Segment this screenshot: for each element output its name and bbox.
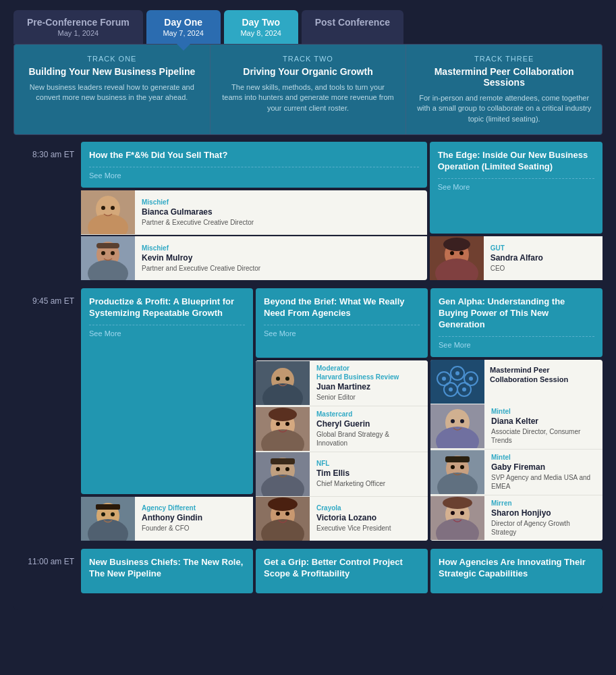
speaker-kevin: Mischief Kevin Mulroy Partner and Execut… (81, 236, 427, 280)
svg-point-5 (111, 206, 115, 210)
tab-day-two-date: May 8, 2024 (237, 29, 285, 37)
speaker-kevin-org: Mischief (142, 244, 420, 252)
speakers-945-2: Moderator Harvard Business Review Juan M… (256, 360, 428, 541)
timeslot-1100: 11:00 am ET New Business Chiefs: The New… (13, 549, 603, 593)
track-two-label: Track Two (221, 55, 396, 63)
speaker-anthony-name: Anthony Gindin (142, 513, 246, 522)
speaker-cheryl: Mastercard Cheryl Guerin Global Brand St… (256, 406, 428, 452)
speaker-bianca-photo (81, 190, 135, 234)
tab-day-one-title: Day One (160, 17, 207, 28)
speaker-gaby: Mintel Gaby Fireman SVP Agency and Media… (430, 450, 603, 495)
tab-pre-conference[interactable]: Pre-Conference Forum May 1, 2024 (13, 10, 143, 44)
svg-point-22 (111, 512, 115, 516)
svg-point-4 (101, 206, 105, 210)
speaker-kevin-name: Kevin Mulroy (142, 253, 420, 263)
sessions-830: How the F*&% Did You Sell That? See More (81, 142, 603, 280)
page-container: Pre-Conference Forum May 1, 2024 Day One… (0, 0, 616, 610)
speaker-gaby-role: SVP Agency and Media USA and EMEA (491, 473, 596, 491)
svg-rect-11 (96, 243, 119, 248)
svg-point-66 (451, 465, 455, 469)
session-1100-3-title: How Agencies Are Innovating Their Strate… (439, 557, 594, 580)
speaker-sharon: Mirren Sharon Honjiyo Director of Agency… (430, 495, 603, 541)
speaker-gaby-info: Mintel Gaby Fireman SVP Agency and Media… (484, 450, 603, 495)
svg-point-16 (459, 251, 464, 255)
main-content: Track One Building Your New Business Pip… (13, 44, 603, 610)
session-1100-1-title: New Business Chiefs: The New Role, The N… (89, 557, 245, 580)
session-945-1-seemore[interactable]: See More (89, 325, 245, 338)
tab-day-two-title: Day Two (237, 17, 285, 28)
tab-day-one[interactable]: Day One May 7, 2024 (146, 10, 221, 44)
session-1100-1[interactable]: New Business Chiefs: The New Role, The N… (81, 549, 253, 593)
tab-day-one-date: May 7, 2024 (160, 29, 207, 37)
sessions-1100: New Business Chiefs: The New Role, The N… (81, 549, 603, 593)
track-one-label: Track One (24, 55, 200, 63)
speaker-diana-org: Mintel (491, 408, 596, 415)
session-1100-2[interactable]: Get a Grip: Better Control Project Scope… (256, 549, 428, 593)
svg-point-55 (469, 377, 473, 381)
session-945-3-seemore[interactable]: See More (439, 336, 594, 349)
speaker-victoria: Crayola Victoria Lozano Executive Vice P… (256, 497, 428, 541)
session-1100-2-title: Get a Grip: Better Control Project Scope… (264, 557, 420, 580)
track-two-title: Driving Your Organic Growth (221, 66, 396, 77)
session-1100-3[interactable]: How Agencies Are Innovating Their Strate… (430, 549, 603, 593)
session-945-1-title: Productize & Profit: A Blueprint for Sys… (89, 296, 245, 319)
tab-day-two[interactable]: Day Two May 8, 2024 (224, 10, 298, 44)
tracks-header: Track One Building Your New Business Pip… (13, 44, 603, 135)
speaker-sandra-photo (430, 236, 484, 280)
speaker-diana: Mintel Diana Kelter Associate Director, … (430, 404, 603, 450)
speaker-anthony: Agency Different Anthony Gindin Founder … (81, 497, 253, 541)
speaker-sharon-org: Mirren (491, 500, 596, 507)
svg-point-45 (285, 512, 289, 516)
svg-rect-68 (445, 456, 470, 462)
speaker-anthony-info: Agency Different Anthony Gindin Founder … (135, 500, 253, 537)
speaker-sharon-info: Mirren Sharon Honjiyo Director of Agency… (484, 495, 603, 541)
speaker-tim-role: Chief Marketing Officer (316, 479, 421, 488)
speaker-sandra-role: CEO (491, 264, 596, 273)
speaker-victoria-role: Executive Vice President (316, 524, 421, 533)
session-830-2-seemore[interactable]: See More (438, 178, 594, 191)
svg-point-44 (276, 512, 280, 516)
speaker-tim-photo (256, 452, 310, 496)
svg-point-9 (101, 251, 105, 255)
svg-point-27 (276, 377, 280, 381)
speaker-victoria-org: Crayola (316, 504, 421, 512)
speaker-sharon-role: Director of Agency Growth Strategy (491, 519, 596, 537)
speaker-kevin-role: Partner and Executive Creative Director (142, 264, 420, 273)
speaker-gaby-org: Mintel (491, 454, 596, 461)
timeslot-945: 9:45 am ET Productize & Profit: A Bluepr… (13, 288, 603, 541)
svg-point-57 (462, 387, 466, 392)
timeslot-830: 8:30 am ET How the F*&% Did You Sell Tha… (13, 142, 603, 280)
tab-post-conference[interactable]: Post Conference (302, 10, 403, 44)
tab-post-conference-title: Post Conference (315, 17, 390, 28)
speaker-kevin-photo (81, 236, 135, 280)
svg-rect-40 (271, 458, 295, 464)
session-945-1[interactable]: Productize & Profit: A Blueprint for Sys… (81, 288, 253, 494)
session-830-1[interactable]: How the F*&% Did You Sell That? See More (81, 142, 427, 188)
speaker-bianca-info: Mischief Bianca Gulmaraes Partner & Exec… (135, 194, 427, 231)
session-830-1-seemore[interactable]: See More (89, 167, 419, 180)
time-945: 9:45 am ET (13, 288, 81, 306)
track-three-header: Track Three Mastermind Peer Collaboratio… (406, 45, 602, 134)
track-one-title: Building Your New Business Pipeline (24, 66, 200, 77)
svg-point-72 (451, 511, 455, 515)
speaker-cheryl-org: Mastercard (316, 410, 421, 418)
session-945-3[interactable]: Gen Alpha: Understanding the Buying Powe… (430, 288, 603, 357)
svg-point-73 (460, 511, 464, 515)
session-945-2-seemore[interactable]: See More (264, 325, 420, 338)
svg-point-21 (101, 512, 105, 516)
speaker-diana-name: Diana Kelter (491, 416, 596, 426)
svg-point-34 (269, 408, 297, 421)
svg-point-46 (268, 497, 298, 511)
svg-point-39 (285, 467, 289, 471)
speaker-bianca-name: Bianca Gulmaraes (142, 207, 420, 217)
session-945-2[interactable]: Beyond the Brief: What We Really Need Fr… (256, 288, 428, 358)
speaker-anthony-role: Founder & CFO (142, 524, 246, 533)
session-830-2[interactable]: The Edge: Inside Our New Business Operat… (430, 142, 603, 234)
svg-rect-23 (96, 504, 120, 510)
svg-point-74 (443, 497, 472, 509)
speaker-juan-moderator: Moderator (316, 364, 421, 372)
speaker-cheryl-role: Global Brand Strategy & Innovation (316, 430, 421, 448)
mastermind-title: Mastermind Peer Collaboration Session (490, 365, 597, 385)
svg-point-67 (460, 465, 464, 469)
speaker-anthony-block: Agency Different Anthony Gindin Founder … (81, 497, 253, 541)
